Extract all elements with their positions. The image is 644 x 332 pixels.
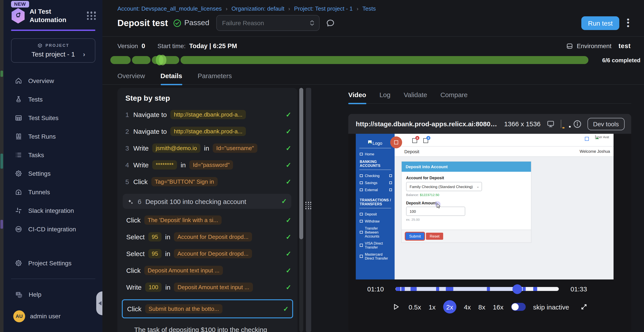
progress-segment[interactable] bbox=[132, 56, 150, 64]
timeline-track[interactable] bbox=[395, 287, 559, 291]
details-content: Step by step 1 Navigate to http://stage.… bbox=[102, 85, 644, 332]
progress-segment[interactable] bbox=[110, 56, 131, 64]
page-url: http://stage.dbank.prod-apps.relicx.ai:8… bbox=[356, 120, 498, 128]
progress-segment[interactable] bbox=[152, 56, 179, 64]
tab-validate[interactable]: Validate bbox=[404, 91, 427, 103]
tab-overview[interactable]: Overview bbox=[118, 72, 145, 84]
step-url-chip: http://stage.dbank.prod-a... bbox=[170, 127, 246, 136]
sidebar-item-tasks[interactable]: Tasks bbox=[4, 146, 102, 164]
timeline-activity-marker[interactable] bbox=[396, 287, 400, 291]
bank-nav-savings: Savings bbox=[356, 179, 394, 186]
step-row-4[interactable]: 4 Write ******** in Id="password" ✓ bbox=[125, 160, 291, 170]
record-indicator bbox=[390, 136, 402, 148]
sidebar-collapse-handle[interactable] bbox=[96, 292, 102, 315]
video-player: http://stage.dbank.prod-apps.relicx.ai:8… bbox=[348, 114, 631, 332]
sidebar-item-overview[interactable]: Overview bbox=[4, 71, 102, 90]
bank-logo-text: Logo bbox=[372, 141, 382, 146]
sidebar-nav: Overview Tests Test Suites Test Runs Tas… bbox=[4, 71, 102, 238]
breadcrumb-account[interactable]: Account: Devspace_all_module_licenses bbox=[118, 5, 222, 12]
viewport-dimensions: 1366 x 1536 bbox=[504, 120, 540, 128]
step-target-chip: The 'Deposit' link with a si... bbox=[144, 216, 222, 225]
sidebar-item-help[interactable]: ? Help bbox=[4, 285, 102, 304]
background-window-strip bbox=[0, 0, 4, 332]
start-time-label: Start time: bbox=[158, 42, 186, 50]
bank-section-header: TRANSACTIONS / TRANSFERS bbox=[356, 196, 394, 207]
sidebar-item-project-settings[interactable]: Project Settings bbox=[4, 254, 102, 272]
sidebar-item-tunnels[interactable]: Tunnels bbox=[4, 182, 102, 201]
selected-substep[interactable]: Click Submit button at the botto... ✓ bbox=[122, 299, 293, 318]
substep-row-3[interactable]: Select 95 in Account for Deposit dropd..… bbox=[126, 249, 291, 258]
speed-8x[interactable]: 8x bbox=[478, 303, 485, 310]
sidebar-item-tests[interactable]: Tests bbox=[4, 90, 102, 108]
total-time: 01:33 bbox=[570, 285, 587, 293]
substep-row-6[interactable]: Click Submit button at the botto... ✓ bbox=[127, 304, 289, 314]
timeline-activity-marker[interactable] bbox=[487, 287, 490, 291]
timeline-activity-marker[interactable] bbox=[401, 287, 405, 291]
step-group-header[interactable]: 6 Deposit 100 into checking account ✓ bbox=[123, 194, 291, 209]
user-name: admin user bbox=[30, 312, 61, 320]
timeline-activity-marker[interactable] bbox=[436, 287, 440, 291]
dev-tools-button[interactable]: Dev tools bbox=[587, 118, 624, 130]
gear-icon bbox=[14, 169, 22, 177]
panel-resize-handle[interactable] bbox=[306, 88, 311, 332]
project-selector[interactable]: PROJECT Test project - 1 › bbox=[11, 38, 95, 62]
steps-scrollbar[interactable] bbox=[299, 88, 303, 332]
substep-row-2[interactable]: Select 95 in Account for Deposit dropd..… bbox=[126, 232, 291, 242]
substep-row-1[interactable]: Click The 'Deposit' link with a si... ✓ bbox=[126, 216, 291, 225]
bank-nav-checking: Checking bbox=[356, 172, 394, 179]
run-test-button[interactable]: Run test bbox=[581, 16, 619, 30]
substep-row-5[interactable]: Write 100 in Deposit Amount text input .… bbox=[126, 282, 291, 292]
playhead[interactable] bbox=[512, 284, 522, 294]
breadcrumb-organization[interactable]: Organization: default bbox=[232, 5, 284, 12]
frame-marker-icon: 0 bbox=[423, 138, 428, 143]
speed-1x[interactable]: 1x bbox=[428, 303, 436, 310]
timeline-activity-marker[interactable] bbox=[533, 287, 538, 291]
breadcrumb-project[interactable]: Project: Test project - 1 bbox=[294, 5, 353, 12]
video-panel: Video Log Validate Compare http://stage.… bbox=[311, 85, 644, 332]
breadcrumb-tests[interactable]: Tests bbox=[362, 5, 376, 12]
start-time-value: Today | 6:25 PM bbox=[189, 42, 237, 50]
home-icon bbox=[14, 76, 22, 84]
tab-parameters[interactable]: Parameters bbox=[198, 72, 232, 84]
step-row-3[interactable]: 3 Write jsmith@demo.io in Id="username" … bbox=[125, 144, 291, 153]
scrollbar-thumb[interactable] bbox=[299, 88, 303, 239]
failure-reason-select[interactable]: Failure Reason bbox=[216, 15, 320, 31]
app-video-frame[interactable]: Logo Home BANKING ACCOUNTS Checking Savi… bbox=[356, 134, 614, 280]
tab-compare[interactable]: Compare bbox=[440, 91, 468, 103]
sidebar-item-test-suites[interactable]: Test Suites bbox=[4, 108, 102, 127]
step-progress-bar[interactable] bbox=[110, 56, 588, 64]
play-icon[interactable] bbox=[391, 302, 400, 311]
step-row-2[interactable]: 2 Navigate to http://stage.dbank.prod-a.… bbox=[125, 127, 291, 136]
app-switcher-icon[interactable] bbox=[87, 12, 96, 20]
sidebar-item-cicd-integration[interactable]: CI-CD integration bbox=[4, 220, 102, 238]
comment-icon[interactable] bbox=[326, 18, 335, 28]
progress-segment[interactable] bbox=[180, 56, 588, 64]
toggle-knob bbox=[511, 303, 518, 310]
sidebar-item-slack-integration[interactable]: Slack integration bbox=[4, 201, 102, 220]
speed-16x[interactable]: 16x bbox=[493, 303, 504, 310]
tab-video[interactable]: Video bbox=[348, 91, 366, 103]
timeline-activity-marker[interactable] bbox=[522, 287, 526, 291]
skip-inactive-toggle[interactable] bbox=[511, 303, 526, 311]
fullscreen-icon[interactable] bbox=[580, 303, 588, 311]
kebab-menu-icon[interactable]: ••• bbox=[626, 18, 631, 28]
step-row-1[interactable]: 1 Navigate to http://stage.dbank.prod-a.… bbox=[125, 110, 291, 119]
speed-0-5x[interactable]: 0.5x bbox=[408, 303, 421, 310]
user-menu[interactable]: AU admin user bbox=[4, 306, 102, 326]
timeline-activity-marker[interactable] bbox=[410, 287, 417, 291]
sparkle-icon bbox=[127, 198, 134, 205]
triangle-left-icon bbox=[98, 301, 101, 306]
sidebar-item-test-runs[interactable]: Test Runs bbox=[4, 127, 102, 146]
substep-row-4[interactable]: Click Deposit Amount text input ... ✓ bbox=[126, 266, 291, 275]
sidebar-item-label: Tunnels bbox=[28, 188, 50, 195]
step-row-5[interactable]: 5 Click Tag="BUTTON" Sign in ✓ bbox=[125, 177, 291, 186]
step-summary-text: The task of depositing $100 into the che… bbox=[125, 323, 291, 332]
speed-4x[interactable]: 4x bbox=[464, 303, 471, 310]
environment-icon bbox=[566, 42, 573, 50]
tab-log[interactable]: Log bbox=[380, 91, 390, 103]
sidebar-item-settings[interactable]: Settings bbox=[4, 164, 102, 182]
tab-details[interactable]: Details bbox=[160, 72, 182, 84]
speed-2x[interactable]: 2x bbox=[443, 300, 456, 314]
info-icon[interactable] bbox=[573, 120, 582, 128]
timeline-activity-marker[interactable] bbox=[446, 287, 453, 291]
